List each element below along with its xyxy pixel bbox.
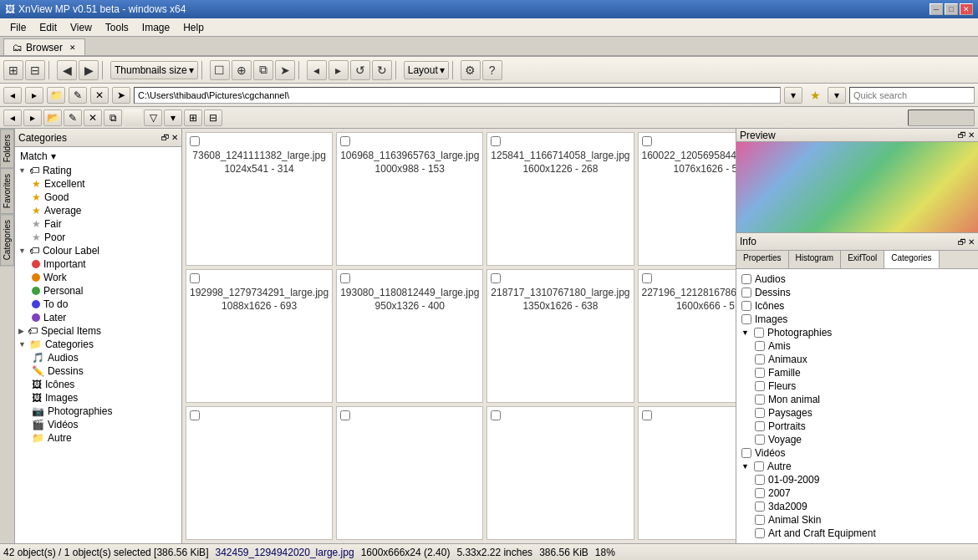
thumb-checkbox-5[interactable] [190,273,200,283]
filter-edit-btn[interactable]: ✎ [64,109,82,126]
thumb-checkbox-6[interactable] [340,273,350,283]
thumb-checkbox-2[interactable] [340,136,350,146]
tree-item-personal[interactable]: Personal [30,284,180,298]
info-tab-histogram[interactable]: Histogram [789,251,842,268]
categories-close-icon[interactable]: ✕ [171,133,178,142]
addr-dropdown-btn[interactable]: ▾ [784,87,802,104]
info-cat-videos-cb[interactable] [741,448,751,458]
tree-item-audios[interactable]: 🎵 Audios [30,351,180,364]
info-tab-exiftool[interactable]: ExifTool [841,251,884,268]
filter-grid-btn[interactable]: ⊞ [184,109,202,126]
info-cat-icones-checkbox[interactable] [741,301,751,311]
info-close-icon[interactable]: ✕ [968,237,975,247]
addr-delete-btn[interactable]: ✕ [90,87,109,104]
tree-item-later[interactable]: Later [30,311,180,324]
toolbar-select-btn[interactable]: ☐ [210,60,230,80]
thumb-item-10[interactable] [336,406,483,540]
menu-image[interactable]: Image [135,20,176,35]
info-cat-images-checkbox[interactable] [741,314,751,324]
thumb-checkbox-10[interactable] [340,410,350,420]
filter-grid2-btn[interactable]: ⊟ [204,109,222,126]
thumb-checkbox-3[interactable] [491,136,501,146]
tree-item-autre[interactable]: 📁 Autre [30,431,180,445]
info-cat-3da2009-cb[interactable] [755,501,765,512]
thumb-checkbox-8[interactable] [642,273,652,283]
layout-dropdown[interactable]: Layout ▾ [404,61,449,79]
info-cat-portraits-cb[interactable] [755,421,765,431]
vert-tab-favorites[interactable]: Favorites [0,168,14,214]
thumb-item-4[interactable]: 160022_1205695844_large.jpg 1076x1626 - … [638,132,736,266]
tree-item-videos[interactable]: 🎬 Vidéos [30,418,180,431]
toolbar-next-btn[interactable]: ▸ [329,60,349,80]
thumb-checkbox-7[interactable] [491,273,501,283]
info-cat-artcraft-cb[interactable] [755,528,765,538]
path-input[interactable] [134,87,781,104]
toolbar-help-btn[interactable]: ? [482,60,502,80]
menu-file[interactable]: File [3,20,33,35]
filter-scrollbar[interactable] [908,109,975,126]
thumbnails-size-dropdown[interactable]: Thumbnails size ▾ [110,61,198,79]
search-input[interactable] [849,87,975,104]
tree-item-work[interactable]: Work [30,271,180,284]
toolbar-refresh-btn[interactable]: ↺ [350,60,370,80]
info-tab-categories[interactable]: Categories [884,251,939,268]
info-cat-01092009-cb[interactable] [755,475,765,485]
thumb-checkbox-4[interactable] [642,136,652,146]
tree-item-average[interactable]: ★ Average [30,204,180,217]
tree-item-images[interactable]: 🖼 Images [30,391,180,405]
toolbar-settings-btn[interactable]: ⚙ [461,60,481,80]
tree-item-categories-expand[interactable]: ▼ 📁 Categories [17,338,180,351]
addr-star-dropdown[interactable]: ▾ [828,87,846,104]
thumb-item-12[interactable] [638,406,736,540]
thumb-checkbox-11[interactable] [491,410,501,420]
info-tab-properties[interactable]: Properties [736,251,789,268]
info-cat-voyage-cb[interactable] [755,435,765,445]
tab-browser[interactable]: 🗂 Browser ✕ [3,38,85,55]
maximize-button[interactable]: □ [945,3,958,15]
close-button[interactable]: ✕ [960,3,973,15]
info-cat-autre-cb[interactable] [754,461,764,471]
tree-item-poor[interactable]: ★ Poor [30,231,180,244]
bookmark-star-icon[interactable]: ★ [806,87,824,104]
filter-prev-btn[interactable]: ◂ [3,109,22,126]
info-cat-2007-cb[interactable] [755,488,765,498]
info-cat-photographies[interactable]: ▼ Photographies [740,326,975,339]
preview-restore-icon[interactable]: 🗗 [958,130,966,140]
info-cat-amis-cb[interactable] [755,341,765,351]
toolbar-prev-btn[interactable]: ◂ [307,60,327,80]
addr-nav-btn[interactable]: ➤ [112,87,130,104]
tree-item-dessins[interactable]: ✏️ Dessins [30,364,180,378]
toolbar-refresh2-btn[interactable]: ↻ [372,60,392,80]
thumb-item-3[interactable]: 125841_1166714058_large.jpg 1600x1226 - … [486,132,634,266]
tree-item-rating-expand[interactable]: ▼ 🏷 Rating [17,164,180,177]
vert-tab-folders[interactable]: Folders [0,129,14,168]
addr-back-btn[interactable]: ◂ [3,87,22,104]
menu-tools[interactable]: Tools [99,20,135,35]
toolbar-sort-btn[interactable]: ⊕ [232,60,252,80]
info-cat-famille-cb[interactable] [755,368,765,378]
tree-item-photographies[interactable]: 📷 Photographies [30,405,180,418]
menu-help[interactable]: Help [176,20,211,35]
thumb-checkbox-12[interactable] [642,410,652,420]
addr-forward-btn[interactable]: ▸ [25,87,43,104]
filter-filter-btn[interactable]: ▽ [144,109,162,126]
thumb-checkbox-9[interactable] [190,410,200,420]
toolbar-view-btn[interactable]: ⊞ [3,60,23,80]
toolbar-move-btn[interactable]: ➤ [275,60,295,80]
thumb-checkbox-1[interactable] [190,136,200,146]
preview-close-icon[interactable]: ✕ [968,130,975,140]
tree-item-special[interactable]: ▶ 🏷 Special Items [17,324,180,338]
info-cat-photo-checkbox[interactable] [754,328,764,338]
addr-edit-btn[interactable]: ✎ [69,87,87,104]
info-cat-audios-checkbox[interactable] [741,274,751,284]
tree-item-important[interactable]: Important [30,257,180,271]
tree-item-fair[interactable]: ★ Fair [30,217,180,231]
thumb-item-8[interactable]: 227196_1212816786_large.jpg 1600x666 - 5… [638,269,736,403]
vert-tab-categories[interactable]: Categories [0,214,14,266]
minimize-button[interactable]: ─ [930,3,943,15]
info-cat-autre[interactable]: ▼ Autre [740,460,975,473]
tree-item-colour-expand[interactable]: ▼ 🏷 Colour Label [17,244,180,257]
thumb-item-11[interactable] [486,406,634,540]
info-cat-animaux-cb[interactable] [755,354,765,364]
tree-item-icones[interactable]: 🖼 Icônes [30,378,180,391]
